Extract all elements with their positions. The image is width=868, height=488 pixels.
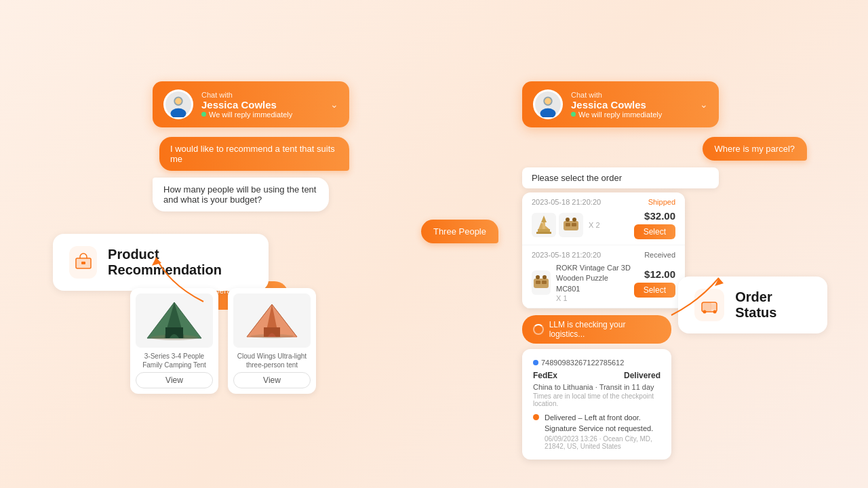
right-status: We will reply immediately — [571, 110, 692, 119]
order-1-status: Shipped — [648, 198, 675, 206]
order-1-images: X 2 — [532, 213, 600, 237]
order-2-img — [532, 270, 551, 295]
product-card-1: 3-Series 3-4 People Family Camping Tent … — [130, 288, 218, 394]
product-card-2: Cloud Wings Ultra-light three-person ten… — [228, 288, 316, 394]
tracking-id-text: 74890983267122785612 — [541, 359, 624, 367]
tracking-box: 74890983267122785612 FedEx Delivered Chi… — [522, 349, 671, 460]
order-1-meta: 2023-05-18 21:20:20 Shipped — [532, 198, 675, 206]
svg-point-35 — [536, 275, 540, 279]
left-chevron-icon[interactable]: ⌄ — [330, 99, 338, 110]
left-status: We will reply immediately — [201, 110, 322, 119]
tracking-carrier: FedEx Delivered — [533, 371, 660, 380]
svg-rect-33 — [536, 281, 540, 284]
tracking-id: 74890983267122785612 — [533, 359, 660, 367]
product-card-1-name: 3-Series 3-4 People Family Camping Tent — [138, 352, 210, 369]
order-2-select-btn[interactable]: Select — [634, 283, 675, 298]
svg-rect-26 — [542, 222, 545, 229]
tracking-event: Delivered – Left at front door. Signatur… — [533, 413, 660, 450]
order-1-row-flex: X 2 $32.00 Select — [532, 210, 675, 239]
select-order-label: Please select the order — [522, 167, 719, 188]
order-1-qty: X 2 — [589, 221, 600, 229]
order-2-price: $12.00 — [644, 268, 675, 280]
svg-point-39 — [703, 310, 707, 314]
product-rec-icon — [69, 246, 97, 279]
svg-rect-25 — [536, 232, 551, 234]
svg-point-31 — [572, 218, 576, 222]
product-rec-title: Product Recommendation — [108, 247, 252, 278]
product-card-2-image — [233, 293, 311, 348]
left-user-reply-bubble: Three People — [421, 220, 498, 243]
right-spinner-icon — [533, 324, 544, 335]
order-1-select-btn[interactable]: Select — [634, 224, 675, 239]
order-2-qty: X 1 — [556, 294, 634, 302]
right-chat-header: Chat with Jessica Cowles We will reply i… — [522, 81, 719, 127]
right-llm-bar: LLM is checking your logistics... — [522, 315, 671, 344]
order-row-1: 2023-05-18 21:20:20 Shipped — [522, 192, 685, 245]
left-status-dot — [201, 112, 206, 117]
right-user-bubble: Where is my parcel? — [703, 137, 807, 161]
product-card-2-name: Cloud Wings Ultra-light three-person ten… — [236, 352, 308, 369]
left-chat-header: Chat with Jessica Cowles We will reply i… — [153, 81, 349, 127]
tracking-blue-dot — [533, 360, 538, 365]
order-2-status: Received — [644, 251, 675, 259]
order-2-product-name: ROKR Vintage Car 3D Wooden Puzzle MC801 — [556, 263, 634, 294]
left-user-bubble: I would like to recommend a tent that su… — [159, 137, 349, 171]
order-2-meta: 2023-05-18 21:20:20 Received — [532, 251, 675, 259]
svg-point-3 — [175, 98, 182, 105]
tracking-orange-dot — [533, 414, 539, 420]
order-1-price: $32.00 — [644, 210, 675, 222]
svg-rect-6 — [81, 262, 85, 264]
svg-rect-34 — [542, 281, 547, 284]
order-1-date: 2023-05-18 21:20:20 — [532, 198, 601, 206]
svg-point-30 — [566, 218, 570, 222]
order-status-icon — [694, 289, 724, 321]
order-row-2: 2023-05-18 21:20:20 Received — [522, 245, 685, 308]
product-card-2-view-btn[interactable]: View — [233, 372, 311, 388]
order-panel: 2023-05-18 21:20:20 Shipped — [522, 192, 685, 308]
tracking-route: China to Lithuania · Transit in 11 day — [533, 383, 660, 391]
tracking-event-text: Delivered – Left at front door. Signatur… — [545, 413, 660, 434]
order-status-title: Order Status — [735, 289, 811, 321]
product-rec-feature-box: Product Recommendation — [53, 234, 269, 291]
svg-point-40 — [713, 310, 717, 314]
order-status-feature-box: Order Status — [678, 277, 827, 333]
right-status-dot — [571, 112, 576, 117]
right-agent-avatar — [533, 89, 563, 119]
svg-point-36 — [542, 275, 547, 279]
right-agent-name: Jessica Cowles — [571, 99, 692, 110]
left-agent-avatar — [163, 89, 193, 119]
left-status-text: We will reply immediately — [209, 110, 292, 119]
svg-rect-24 — [538, 229, 550, 232]
product-card-1-view-btn[interactable]: View — [136, 372, 213, 388]
right-chat-with-label: Chat with — [571, 91, 692, 99]
carrier-status: Delivered — [624, 371, 660, 380]
left-bot-bubble: How many people will be using the tent a… — [153, 178, 329, 211]
right-agent-info: Chat with Jessica Cowles We will reply i… — [571, 91, 692, 119]
product-card-1-image — [136, 293, 213, 348]
svg-rect-29 — [572, 223, 576, 226]
svg-point-21 — [545, 98, 551, 105]
svg-rect-28 — [566, 223, 570, 226]
order-1-img-2 — [559, 213, 583, 237]
tracking-note: Times are in local time of the checkpoin… — [533, 392, 660, 407]
svg-marker-22 — [541, 216, 547, 222]
right-status-text: We will reply immediately — [578, 110, 662, 119]
order-1-img-1 — [532, 213, 556, 237]
right-chevron-icon[interactable]: ⌄ — [700, 99, 708, 110]
right-llm-text: LLM is checking your logistics... — [549, 320, 660, 339]
order-2-date: 2023-05-18 21:20:20 — [532, 251, 601, 259]
product-cards-container: 3-Series 3-4 People Family Camping Tent … — [130, 288, 316, 394]
carrier-name: FedEx — [533, 371, 557, 380]
left-agent-info: Chat with Jessica Cowles We will reply i… — [201, 91, 322, 119]
left-agent-name: Jessica Cowles — [201, 99, 322, 110]
left-chat-with-label: Chat with — [201, 91, 322, 99]
tracking-time: 06/09/2023 13:26 · Ocean City, MD, 21842… — [545, 435, 660, 450]
order-2-row-flex: ROKR Vintage Car 3D Wooden Puzzle MC801 … — [532, 263, 675, 302]
